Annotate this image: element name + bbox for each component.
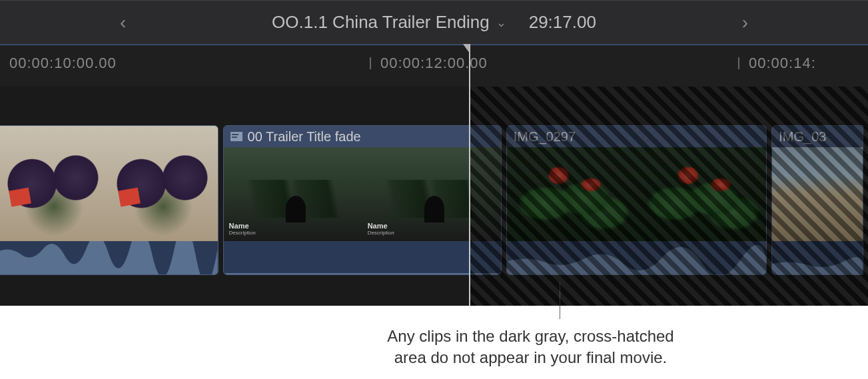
ruler-mark — [738, 57, 739, 69]
range-end-marker-icon[interactable] — [463, 44, 470, 53]
clip-label: IMG_03 — [779, 129, 826, 145]
timeline-clip[interactable]: IMG_03 — [771, 125, 863, 275]
timeline-clip[interactable]: 00 Trailer Title fade Name Description N… — [223, 125, 502, 275]
clip-header: 00 Trailer Title fade — [224, 126, 501, 147]
project-title-group: OO.1.1 China Trailer Ending ⌄ 29:17.00 — [272, 12, 596, 33]
ruler-tick: 00:00:14: — [738, 45, 816, 87]
project-title-dropdown[interactable]: OO.1.1 China Trailer Ending ⌄ — [272, 12, 506, 33]
timeline-header: ‹ OO.1.1 China Trailer Ending ⌄ 29:17.00… — [0, 0, 868, 44]
timeline-clip[interactable]: IMG_0297 — [506, 125, 767, 275]
primary-storyline: 00 Trailer Title fade Name Description N… — [0, 125, 868, 275]
title-overlay: Name Description — [368, 222, 394, 236]
next-edit-button[interactable]: › — [742, 12, 748, 33]
playhead[interactable] — [469, 44, 470, 306]
title-overlay: Name Description — [229, 222, 256, 236]
thumbnail-frame — [507, 147, 637, 241]
duration-display: 29:17.00 — [529, 12, 596, 33]
ruler-tick: 00:00:10:00.00 — [0, 45, 117, 87]
thumbnail-frame — [636, 147, 766, 241]
prev-edit-button[interactable]: ‹ — [120, 12, 126, 33]
clip-audio-waveform[interactable] — [224, 241, 501, 274]
thumbnail-frame: Name Description — [224, 147, 362, 241]
clip-header: IMG_03 — [772, 126, 863, 147]
clip-thumbnails: Name Description Name Description — [224, 147, 501, 241]
timeline-clip[interactable] — [0, 125, 218, 275]
thumbnail-frame — [0, 126, 109, 241]
clip-header: IMG_0297 — [507, 126, 767, 147]
ruler-mark — [370, 57, 371, 69]
thumbnail-frame — [772, 147, 863, 241]
clip-audio-waveform[interactable] — [772, 241, 863, 274]
ruler-label: 00:00:10:00.00 — [9, 55, 117, 72]
thumbnail-frame: Name Description — [362, 147, 501, 241]
clip-label: 00 Trailer Title fade — [248, 129, 361, 145]
title-clip-icon — [230, 132, 242, 141]
ruler-label: 00:00:12:00.00 — [380, 55, 488, 72]
clip-thumbnails — [772, 147, 863, 241]
timeline-ruler[interactable]: 00:00:10:00.00 00:00:12:00.00 00:00:14: — [0, 44, 868, 87]
annotation-text: Any clips in the dark gray, cross-hatche… — [387, 326, 673, 369]
clip-audio-waveform[interactable] — [0, 241, 218, 274]
ruler-label: 00:00:14: — [749, 55, 816, 72]
project-title-label: OO.1.1 China Trailer Ending — [272, 12, 490, 33]
timeline-track-area[interactable]: 00 Trailer Title fade Name Description N… — [0, 87, 868, 306]
annotation-callout: Any clips in the dark gray, cross-hatche… — [0, 306, 868, 369]
clip-audio-waveform[interactable] — [507, 241, 767, 274]
chevron-down-icon: ⌄ — [496, 15, 506, 30]
clip-thumbnails — [0, 126, 218, 241]
timeline-panel: ‹ OO.1.1 China Trailer Ending ⌄ 29:17.00… — [0, 0, 868, 306]
thumbnail-frame — [109, 126, 218, 241]
clip-thumbnails — [507, 147, 767, 241]
annotation-pointer-line — [560, 282, 560, 319]
clip-label: IMG_0297 — [514, 129, 576, 145]
